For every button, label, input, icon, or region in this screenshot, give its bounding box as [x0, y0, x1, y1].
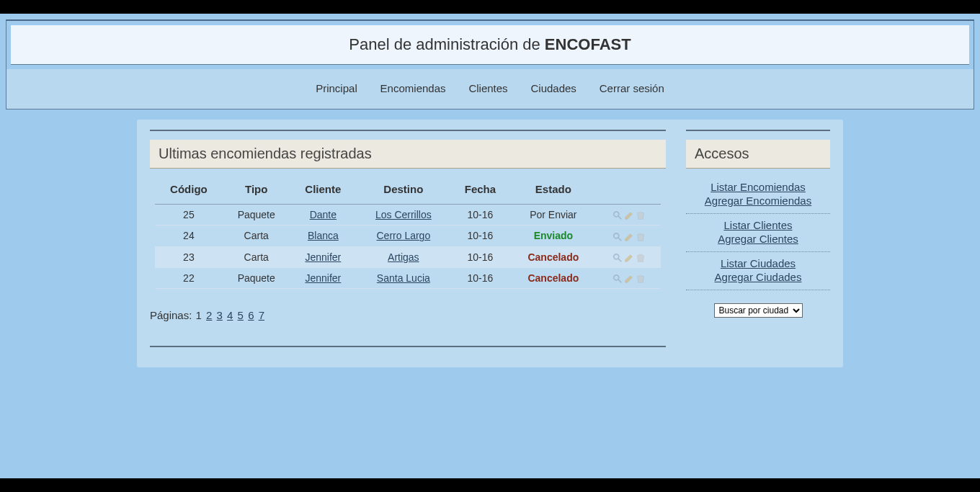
cell-destino: Santa Lucia	[356, 267, 451, 288]
title-strong: ENCOFAST	[545, 35, 631, 53]
title-pre: Panel de administración de	[349, 35, 545, 53]
svg-line-7	[618, 259, 621, 261]
destino-link[interactable]: Artigas	[388, 251, 419, 263]
col-cliente: Cliente	[290, 176, 356, 205]
col-actions	[597, 176, 661, 205]
search-by-city-select[interactable]: Buscar por ciudad	[714, 303, 803, 318]
cell-fecha: 10-16	[451, 225, 509, 246]
destino-link[interactable]: Los Cerrillos	[375, 209, 432, 220]
sidebar-links: Listar EncomiendasAgregar EncomiendasLis…	[686, 176, 830, 290]
pager-page-link[interactable]: 6	[248, 309, 254, 321]
cell-fecha: 10-16	[451, 246, 509, 267]
svg-line-10	[618, 279, 621, 282]
cliente-link[interactable]: Jennifer	[305, 251, 341, 263]
page-title: Panel de administración de ENCOFAST	[11, 25, 969, 65]
cell-actions	[597, 225, 661, 246]
cell-tipo: Carta	[223, 246, 290, 267]
pager-page-link[interactable]: 3	[217, 309, 223, 321]
pager: Páginas: 1 2 3 4 5 6 7	[150, 309, 666, 321]
sidebar-link[interactable]: Listar Ciudades	[686, 256, 830, 270]
pager-page-link[interactable]: 2	[206, 309, 212, 321]
destino-link[interactable]: Cerro Largo	[376, 230, 430, 241]
delete-icon[interactable]	[636, 232, 646, 242]
divider-top-side	[686, 130, 830, 131]
pager-page-link[interactable]: 5	[238, 309, 244, 321]
sidebar-link[interactable]: Agregar Ciudades	[686, 270, 830, 284]
svg-rect-11	[638, 275, 642, 277]
edit-icon[interactable]	[624, 274, 634, 284]
sidebar-link[interactable]: Listar Clientes	[686, 218, 830, 232]
cell-estado: Cancelado	[509, 246, 597, 267]
divider-bottom	[150, 346, 666, 347]
delete-icon[interactable]	[636, 253, 646, 263]
cell-estado: Cancelado	[509, 267, 597, 288]
cell-tipo: Carta	[223, 225, 290, 246]
cell-destino: Los Cerrillos	[356, 205, 451, 225]
bottom-black-bar	[0, 478, 980, 492]
edit-icon[interactable]	[624, 253, 634, 263]
svg-rect-8	[638, 254, 642, 256]
nav-cerrar-sesion[interactable]: Cerrar sesión	[600, 82, 664, 94]
cliente-link[interactable]: Jennifer	[305, 272, 341, 284]
col-tipo: Tipo	[223, 176, 290, 205]
cell-actions	[597, 205, 661, 225]
svg-point-9	[613, 275, 618, 280]
col-fecha: Fecha	[451, 176, 509, 205]
cell-destino: Cerro Largo	[356, 225, 451, 246]
table-row: 22PaqueteJenniferSanta Lucia10-16Cancela…	[155, 267, 661, 288]
sidebar-link[interactable]: Agregar Clientes	[686, 232, 830, 246]
cell-cliente: Blanca	[290, 225, 356, 246]
sidebar-link[interactable]: Agregar Encomiendas	[686, 194, 830, 207]
col-codigo: Código	[155, 176, 222, 205]
cliente-link[interactable]: Blanca	[308, 230, 339, 241]
view-icon[interactable]	[612, 232, 623, 242]
sidebar: Accesos Listar EncomiendasAgregar Encomi…	[686, 130, 830, 347]
nav-clientes[interactable]: Clientes	[468, 82, 507, 94]
svg-rect-5	[638, 233, 642, 234]
edit-icon[interactable]	[624, 232, 634, 242]
nav-principal[interactable]: Principal	[316, 82, 357, 94]
pager-page-link[interactable]: 4	[227, 309, 233, 321]
delete-icon[interactable]	[636, 210, 646, 220]
nav-ciudades[interactable]: Ciudades	[530, 82, 576, 94]
svg-line-1	[618, 216, 621, 219]
view-icon[interactable]	[612, 210, 623, 220]
header-panel: Panel de administración de ENCOFAST Prin…	[6, 19, 974, 109]
cell-actions	[597, 267, 661, 288]
col-estado: Estado	[509, 176, 597, 205]
cliente-link[interactable]: Dante	[310, 209, 337, 220]
svg-point-3	[613, 233, 618, 238]
view-icon[interactable]	[612, 253, 623, 263]
sidebar-group: Listar EncomiendasAgregar Encomiendas	[686, 176, 830, 214]
sidebar-group: Listar ClientesAgregar Clientes	[686, 214, 830, 252]
content-box: Ultimas encomiendas registradas Código T…	[137, 120, 843, 367]
sidebar-link[interactable]: Listar Encomiendas	[686, 180, 830, 194]
cell-tipo: Paquete	[223, 205, 290, 225]
cell-cliente: Dante	[290, 205, 356, 225]
cell-codigo: 23	[155, 246, 222, 267]
cell-codigo: 25	[155, 205, 222, 225]
top-black-bar	[0, 0, 980, 14]
section-title-accesos: Accesos	[686, 140, 830, 169]
delete-icon[interactable]	[636, 274, 646, 284]
edit-icon[interactable]	[624, 210, 634, 220]
cell-estado: Por Enviar	[509, 205, 597, 225]
cell-cliente: Jennifer	[290, 267, 356, 288]
table-row: 25PaqueteDanteLos Cerrillos10-16Por Envi…	[155, 205, 661, 225]
svg-line-4	[618, 237, 621, 240]
cell-cliente: Jennifer	[290, 246, 356, 267]
svg-point-0	[613, 212, 618, 217]
main-nav: Principal Encomiendas Clientes Ciudades …	[6, 69, 974, 109]
cell-codigo: 22	[155, 267, 222, 288]
destino-link[interactable]: Santa Lucia	[377, 272, 430, 284]
section-title-encomiendas: Ultimas encomiendas registradas	[150, 140, 666, 169]
nav-encomiendas[interactable]: Encomiendas	[380, 82, 446, 94]
sidebar-group: Listar CiudadesAgregar Ciudades	[686, 252, 830, 290]
view-icon[interactable]	[612, 274, 623, 284]
cell-estado: Enviado	[509, 225, 597, 246]
cell-destino: Artigas	[356, 246, 451, 267]
pager-page-link[interactable]: 7	[259, 309, 264, 321]
pager-current: 1	[196, 309, 202, 321]
svg-rect-2	[638, 212, 642, 213]
table-row: 23CartaJenniferArtigas10-16Cancelado	[155, 246, 661, 267]
